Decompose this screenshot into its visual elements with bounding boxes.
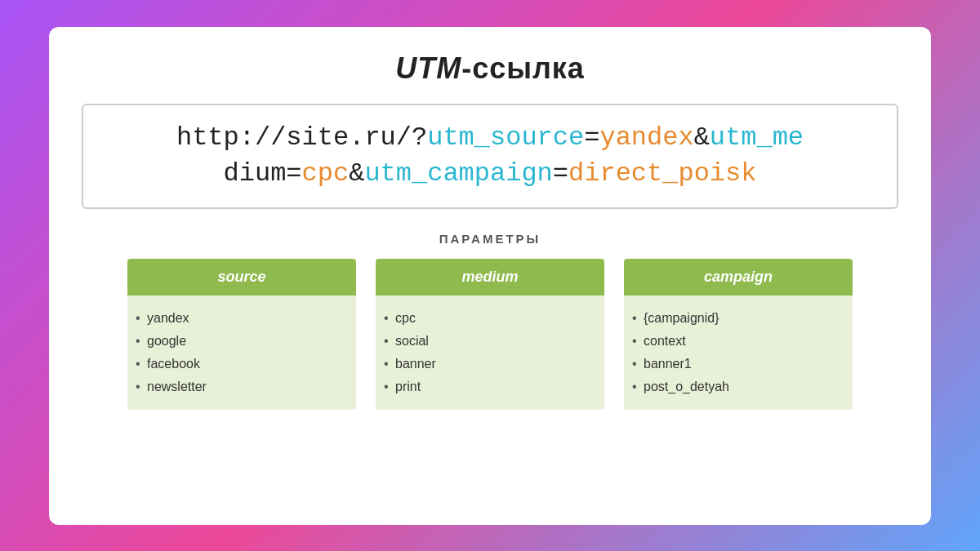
list-item: facebook bbox=[147, 353, 340, 375]
url-eq1: = bbox=[584, 122, 599, 153]
col-body-medium: cpcsocialbannerprint bbox=[376, 295, 604, 410]
col-header-campaign: campaign bbox=[624, 259, 853, 295]
list-item: cpc bbox=[395, 307, 588, 330]
url-val-campaign: direct_poisk bbox=[568, 158, 756, 189]
url-display: http://site.ru/?utm_source=yandex&utm_me… bbox=[82, 104, 898, 210]
main-card: UTM-ссылка http://site.ru/?utm_source=ya… bbox=[49, 27, 931, 525]
page-title: UTM-ссылка bbox=[395, 51, 585, 86]
params-label: ПАРАМЕТРЫ bbox=[439, 232, 541, 246]
url-param-campaign: utm_campaign bbox=[364, 158, 552, 189]
list-item: newsletter bbox=[147, 375, 340, 398]
col-body-campaign: {campaignid}contextbanner1post_o_detyah bbox=[624, 295, 853, 410]
url-val-yandex: yandex bbox=[599, 122, 693, 153]
url-param-source: utm_source bbox=[427, 122, 584, 153]
list-item: banner bbox=[395, 353, 588, 375]
col-header-source: source bbox=[127, 259, 356, 295]
list-item: context bbox=[644, 330, 836, 353]
url-part1-black: http://site.ru/? bbox=[176, 122, 427, 153]
column-medium: mediumcpcsocialbannerprint bbox=[376, 259, 604, 410]
list-item: banner1 bbox=[644, 353, 836, 375]
list-item: social bbox=[395, 330, 588, 353]
column-campaign: campaign{campaignid}contextbanner1post_o… bbox=[624, 259, 853, 410]
url-val-cpc: cpc bbox=[302, 158, 350, 189]
url-part-medium-eq: dium= bbox=[224, 158, 302, 189]
columns-container: sourceyandexgooglefacebooknewslettermedi… bbox=[82, 259, 898, 410]
list-item: yandex bbox=[147, 307, 340, 330]
col-body-source: yandexgooglefacebooknewsletter bbox=[127, 295, 356, 410]
url-param-medium1: utm_me bbox=[710, 122, 804, 153]
col-header-medium: medium bbox=[376, 259, 604, 295]
column-source: sourceyandexgooglefacebooknewsletter bbox=[127, 259, 356, 410]
title-utm: UTM bbox=[395, 51, 461, 85]
url-amp2: & bbox=[349, 158, 364, 189]
list-item: post_o_detyah bbox=[644, 375, 836, 398]
list-item: google bbox=[147, 330, 340, 353]
list-item: {campaignid} bbox=[644, 307, 836, 330]
list-item: print bbox=[395, 375, 588, 398]
title-suffix: -ссылка bbox=[461, 51, 585, 85]
url-amp1: & bbox=[694, 122, 710, 153]
url-eq3: = bbox=[553, 158, 568, 189]
